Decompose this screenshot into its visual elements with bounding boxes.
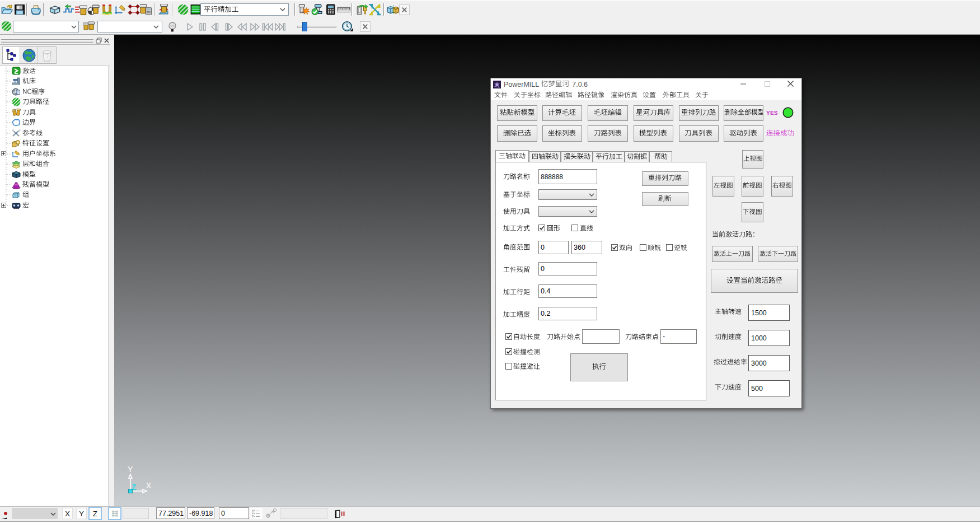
svg-text:X: X (146, 481, 152, 490)
svg-text:Z=: Z= (252, 515, 255, 518)
svg-text:Y: Y (128, 465, 133, 474)
